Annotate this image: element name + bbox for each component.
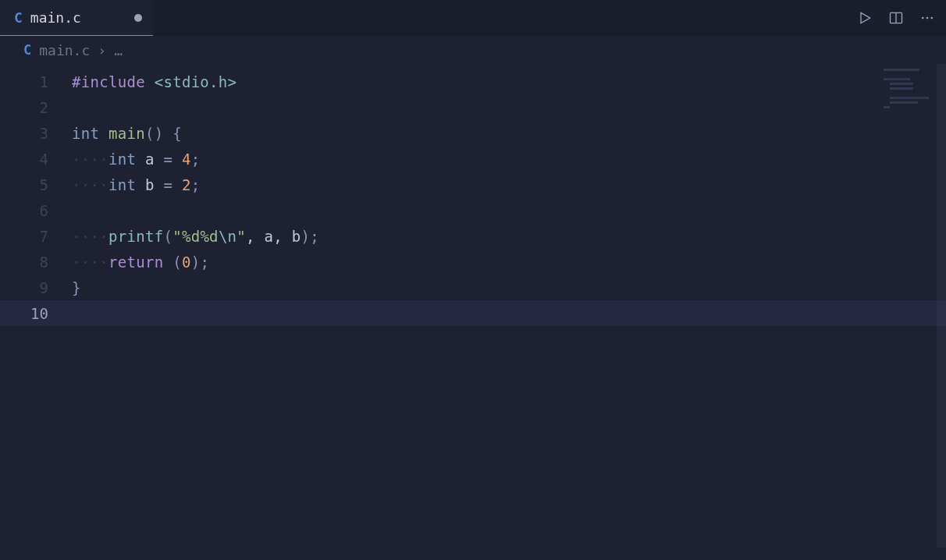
code-content: ····return (0); — [72, 253, 946, 271]
unsaved-dot-icon[interactable] — [134, 14, 142, 22]
code-content: } — [72, 279, 946, 296]
code-line[interactable]: 1#include <stdio.h> — [0, 69, 946, 94]
breadcrumb-filename: main.c — [39, 42, 90, 58]
code-line[interactable]: 9} — [0, 275, 946, 300]
tab-filename: main.c — [30, 9, 81, 26]
code-content: #include <stdio.h> — [72, 73, 946, 90]
code-content: int main() { — [72, 125, 946, 142]
line-number: 10 — [0, 305, 72, 322]
chevron-right-icon: › — [98, 42, 106, 58]
line-number: 6 — [0, 202, 72, 219]
breadcrumb-more: … — [114, 42, 123, 58]
code-content: ····int b = 2; — [72, 176, 946, 193]
line-number: 1 — [0, 73, 72, 90]
more-actions-icon[interactable] — [918, 9, 937, 27]
line-number: 7 — [0, 228, 72, 245]
editor-title-actions — [855, 0, 937, 36]
line-number: 4 — [0, 151, 72, 168]
svg-point-5 — [931, 17, 934, 19]
code-line[interactable]: 7····printf("%d%d\n", a, b); — [0, 223, 946, 249]
vertical-scrollbar[interactable] — [937, 64, 946, 548]
code-line[interactable]: 6 — [0, 197, 946, 223]
code-line[interactable]: 5····int b = 2; — [0, 172, 946, 197]
line-number: 8 — [0, 253, 72, 271]
run-icon[interactable] — [855, 9, 874, 27]
svg-marker-0 — [861, 12, 870, 23]
code-line[interactable]: 3int main() { — [0, 120, 946, 146]
c-language-icon: C — [14, 9, 23, 26]
code-line[interactable]: 2 — [0, 94, 946, 120]
editor-tab-main-c[interactable]: C main.c — [0, 0, 153, 36]
tab-bar: C main.c — [0, 0, 946, 36]
code-editor[interactable]: 1#include <stdio.h>23int main() {4····in… — [0, 64, 946, 326]
code-content: ····int a = 4; — [72, 151, 946, 168]
code-line[interactable]: 8····return (0); — [0, 249, 946, 275]
c-language-icon: C — [23, 42, 31, 58]
line-number: 5 — [0, 176, 72, 193]
breadcrumb[interactable]: C main.c › … — [0, 36, 946, 64]
code-line[interactable]: 10 — [0, 300, 946, 326]
line-number: 9 — [0, 279, 72, 296]
svg-point-3 — [922, 17, 924, 19]
code-line[interactable]: 4····int a = 4; — [0, 146, 946, 172]
line-number: 2 — [0, 99, 72, 116]
split-editor-icon[interactable] — [887, 9, 905, 27]
code-content: ····printf("%d%d\n", a, b); — [72, 228, 946, 245]
svg-point-4 — [926, 17, 929, 19]
line-number: 3 — [0, 125, 72, 142]
